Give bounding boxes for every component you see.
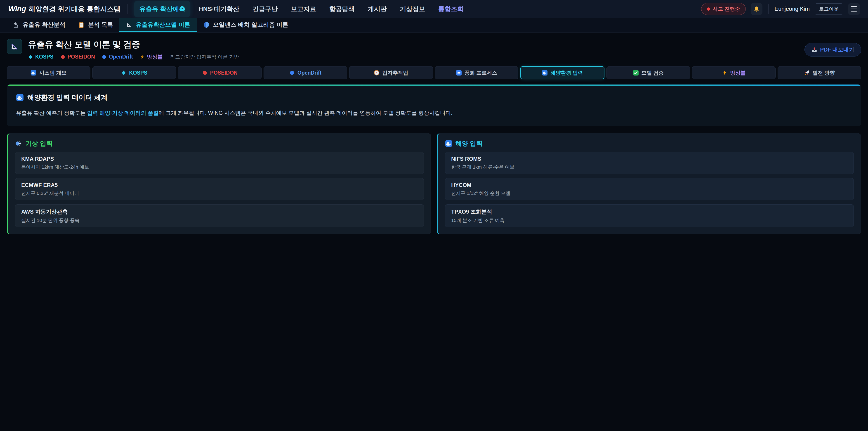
badge-ensemble: 앙상블 [140,53,162,60]
diamond-icon [28,55,33,59]
marine-input-banner: 해양환경 입력 데이터 체계 유출유 확산 예측의 정확도는 입력 해양·기상 … [7,84,861,126]
menu-button[interactable] [848,3,860,15]
pdf-export-label: PDF 내보내기 [820,46,854,53]
weather-input-card: 기상 입력 KMA RDAPS 동아시아 12km 해상도·24h 예보 ECM… [7,133,431,235]
check-icon [633,70,639,76]
red-circle-icon [202,70,208,75]
clipboard-icon [78,22,85,28]
export-icon [811,47,817,53]
gradient-accent-bar [7,85,861,86]
red-circle-icon [60,55,65,59]
item-desc: 동아시아 12km 해상도·24h 예보 [21,164,418,170]
set-square-icon [126,22,132,28]
tab-label: 분석 목록 [88,21,113,29]
list-item[interactable]: HYCOM 전지구 1/12° 해양 순환 모델 [445,178,854,200]
compass-icon [374,70,379,76]
item-desc: 15개 분조 기반 조류 예측 [451,217,848,223]
list-item[interactable]: ECMWF ERA5 전지구 0.25° 재분석 데이터 [15,178,424,200]
nav-item-reports[interactable]: 보고자료 [286,1,321,17]
item-name: KMA RDAPS [21,156,418,162]
item-name: AWS 자동기상관측 [21,208,418,215]
banner-description: 유출유 확산 예측의 정확도는 입력 해양·기상 데이터의 품질에 크게 좌우됩… [16,109,852,117]
notifications-button[interactable] [751,3,763,15]
blue-circle-icon [289,70,295,75]
pill-poseidon[interactable]: POSEIDON [178,66,261,79]
logout-button[interactable]: 로그아웃 [815,3,843,15]
lightning-icon [722,70,727,75]
item-name: ECMWF ERA5 [21,182,418,188]
incident-status-badge[interactable]: 사고 진행중 [701,3,746,15]
list-item[interactable]: TPXO9 조화분석 15개 분조 기반 조류 예측 [445,204,854,227]
pill-opendrift[interactable]: OpenDrift [264,66,347,79]
nav-item-weather-info[interactable]: 기상정보 [395,1,430,17]
list-item[interactable]: AWS 자동기상관측 실시간 10분 단위 풍향·풍속 [15,204,424,227]
wave-icon [542,70,548,76]
nav-item-board[interactable]: 게시판 [363,1,392,17]
bell-icon [753,6,760,12]
pill-model-validation[interactable]: 모델 검증 [607,66,690,79]
list-item[interactable]: KMA RDAPS 동아시아 12km 해상도·24h 예보 [15,152,424,174]
nav-item-aerial-search[interactable]: 항공탐색 [324,1,360,17]
main-nav: 유출유 확산예측 HNS·대기확산 긴급구난 보고자료 항공탐색 게시판 기상정… [134,1,468,17]
badge-poseidon: POSEIDON [60,54,95,60]
page-header: 유출유 확산 모델 이론 및 검증 KOSPS POSEIDON OpenDri… [0,33,868,65]
pill-ensemble[interactable]: 앙상블 [692,66,776,79]
topbar-right: 사고 진행중 Eunjeong Kim 로그아웃 [701,3,860,15]
tab-label: 오일펜스 배치 알고리즘 이론 [213,21,288,29]
app-title: 해양환경 위기대응 통합시스템 [29,4,121,14]
tab-label: 유출유 확산분석 [23,21,65,29]
repeat-icon [456,70,462,76]
tab-diffusion-model-theory[interactable]: 유출유확산모델 이론 [119,18,196,32]
shield-icon [203,22,210,28]
topbar: Wing 해양환경 위기대응 통합시스템 유출유 확산예측 HNS·대기확산 긴… [0,0,868,18]
pill-future-direction[interactable]: 발전 방향 [778,66,861,79]
tab-label: 유출유확산모델 이론 [135,21,190,29]
pill-weathering-process[interactable]: 풍화 프로세스 [435,66,519,79]
item-desc: 한국 근해 1km 해류·수온 예보 [451,164,848,170]
page-icon-box [7,39,22,54]
tab-analysis-list[interactable]: 분석 목록 [72,18,119,32]
badge-opendrift: OpenDrift [102,54,133,60]
pill-kosps[interactable]: KOSPS [92,66,176,79]
wind-face-icon [15,140,22,147]
pill-particle-tracking[interactable]: 입자추적법 [349,66,433,79]
ocean-card-title: 해양 입력 [445,139,854,148]
incident-badge-label: 사고 진행중 [713,5,740,12]
weather-card-title: 기상 입력 [15,139,424,148]
pill-marine-environment-input[interactable]: 해양환경 입력 [520,66,604,79]
hamburger-icon [851,6,857,11]
highlighted-phrase: 입력 해양·기상 데이터의 품질 [87,110,159,116]
section-nav: 시스템 개요 KOSPS POSEIDON OpenDrift 입자추적법 풍화… [0,65,868,79]
nav-item-oil-spill-prediction[interactable]: 유출유 확산예측 [134,1,190,17]
tab-spill-analysis[interactable]: 유출유 확산분석 [6,18,72,32]
divider [768,4,769,14]
nav-item-integrated-search[interactable]: 통합조회 [433,1,469,17]
tab-oil-fence-algorithm-theory[interactable]: 오일펜스 배치 알고리즘 이론 [197,18,295,32]
badge-kosps: KOSPS [28,54,54,60]
app-logo[interactable]: Wing 해양환경 위기대응 통합시스템 [8,4,121,14]
list-item[interactable]: NIFS ROMS 한국 근해 1km 해류·수온 예보 [445,152,854,174]
pdf-export-button[interactable]: PDF 내보내기 [804,43,861,57]
banner-title: 해양환경 입력 데이터 체계 [16,93,852,102]
page-title: 유출유 확산 모델 이론 및 검증 [28,39,239,50]
wave-icon [31,70,36,76]
sub-tabbar: 유출유 확산분석 분석 목록 유출유확산모델 이론 오일펜스 배치 알고리즘 이… [0,18,868,33]
logo-wing-mark: Wing [8,4,26,13]
microscope-icon [13,22,20,28]
blue-circle-icon [102,55,107,59]
item-desc: 전지구 1/12° 해양 순환 모델 [451,190,848,196]
red-dot-icon [707,7,710,11]
ocean-input-card: 해양 입력 NIFS ROMS 한국 근해 1km 해류·수온 예보 HYCOM… [437,133,861,235]
set-square-icon [10,42,19,51]
item-name: NIFS ROMS [451,156,848,162]
diamond-icon [121,70,126,75]
lightning-icon [140,55,145,59]
rocket-icon [804,70,810,76]
wave-icon [16,94,24,101]
item-desc: 실시간 10분 단위 풍향·풍속 [21,217,418,223]
nav-item-hns-atmospheric[interactable]: HNS·대기확산 [193,1,244,17]
nav-item-emergency-rescue[interactable]: 긴급구난 [248,1,283,17]
pill-system-overview[interactable]: 시스템 개요 [7,66,90,79]
wave-icon [445,140,452,147]
user-name: Eunjeong Kim [774,6,810,12]
